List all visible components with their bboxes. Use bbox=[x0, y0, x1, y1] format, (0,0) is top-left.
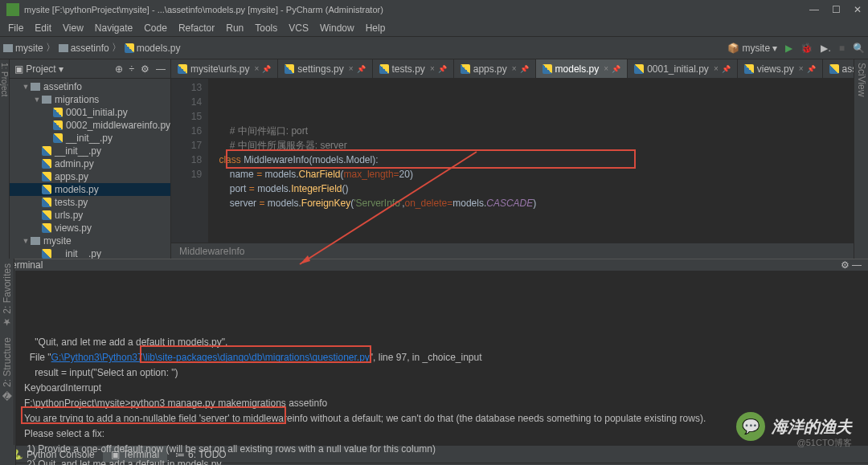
close-icon[interactable]: × bbox=[430, 64, 435, 73]
hide-icon[interactable]: — bbox=[156, 63, 166, 75]
run-coverage-icon[interactable]: ▶. bbox=[821, 43, 830, 54]
editor-tab[interactable]: 0001_initial.py×📌 bbox=[628, 59, 738, 78]
editor-tab[interactable]: models.py×📌 bbox=[536, 59, 628, 78]
run-config-selector[interactable]: 📦 mysite ▾ bbox=[727, 43, 777, 54]
menu-file[interactable]: File bbox=[3, 21, 28, 35]
pin-icon[interactable]: 📌 bbox=[438, 65, 447, 73]
structure-tab[interactable]: � 2: Structure bbox=[0, 332, 14, 406]
menu-run[interactable]: Run bbox=[221, 21, 248, 35]
window-controls: — ☐ ✕ bbox=[809, 4, 862, 15]
project-title: ▣ Project ▾ bbox=[14, 63, 63, 75]
editor-tabs: mysite\urls.py×📌settings.py×📌tests.py×📌a… bbox=[171, 59, 868, 79]
project-panel: ▣ Project ▾ ⊕ ÷ ⚙ — ▼assetinfo▼migration… bbox=[10, 59, 171, 259]
project-tree[interactable]: ▼assetinfo▼migrations0001_initial.py0002… bbox=[10, 79, 170, 259]
tree-node[interactable]: ▼migrations bbox=[10, 93, 170, 106]
menu-vcs[interactable]: VCS bbox=[284, 21, 313, 35]
breadcrumb: mysite 〉 assetinfo 〉 models.py bbox=[3, 41, 180, 55]
gear-icon[interactable]: ⚙ bbox=[141, 63, 149, 75]
editor-tab[interactable]: settings.py×📌 bbox=[278, 59, 372, 78]
close-icon[interactable]: × bbox=[799, 64, 804, 73]
menu-code[interactable]: Code bbox=[139, 21, 172, 35]
tree-node[interactable]: __init__.py bbox=[10, 247, 170, 259]
menu-refactor[interactable]: Refactor bbox=[174, 21, 219, 35]
window-title: mysite [F:\pythonProject\mysite] - ...\a… bbox=[24, 5, 809, 14]
menu-help[interactable]: Help bbox=[361, 21, 391, 35]
tree-node[interactable]: ▼mysite bbox=[10, 235, 170, 247]
breadcrumb-folder[interactable]: assetinfo 〉 bbox=[59, 41, 121, 55]
tree-node[interactable]: 0001_initial.py bbox=[10, 106, 170, 119]
tree-node[interactable]: __init__.py bbox=[10, 132, 170, 145]
terminal-panel: Terminal ⚙ — + ✕ ? "Quit, and let me add… bbox=[0, 259, 868, 445]
pin-icon[interactable]: 📌 bbox=[357, 65, 366, 73]
terminal-header: Terminal ⚙ — bbox=[0, 259, 868, 271]
editor-tab[interactable]: tests.py×📌 bbox=[373, 59, 454, 78]
maximize-icon[interactable]: ☐ bbox=[832, 4, 841, 15]
editor-tab[interactable]: views.py×📌 bbox=[738, 59, 823, 78]
tree-node[interactable]: admin.py bbox=[10, 157, 170, 170]
collapse-all-icon[interactable]: ÷ bbox=[129, 63, 135, 75]
titlebar: mysite [F:\pythonProject\mysite] - ...\a… bbox=[0, 0, 868, 19]
tree-node[interactable]: urls.py bbox=[10, 209, 170, 222]
menu-edit[interactable]: Edit bbox=[30, 21, 56, 35]
breadcrumb-file[interactable]: models.py bbox=[125, 43, 181, 54]
project-header: ▣ Project ▾ ⊕ ÷ ⚙ — bbox=[10, 59, 170, 79]
tree-node[interactable]: tests.py bbox=[10, 196, 170, 209]
minimize-icon[interactable]: — bbox=[809, 4, 819, 15]
menu-navigate[interactable]: Navigate bbox=[90, 21, 137, 35]
navbar: mysite 〉 assetinfo 〉 models.py 📦 mysite … bbox=[0, 37, 868, 59]
pin-icon[interactable]: 📌 bbox=[807, 65, 816, 73]
tree-node[interactable]: views.py bbox=[10, 222, 170, 235]
tree-node[interactable]: models.py bbox=[10, 183, 170, 196]
menu-tools[interactable]: Tools bbox=[250, 21, 282, 35]
pin-icon[interactable]: 📌 bbox=[722, 65, 731, 73]
code-content[interactable]: # 中间件端口: port # 中间件所属服务器: server class M… bbox=[208, 79, 868, 243]
tree-node[interactable]: apps.py bbox=[10, 170, 170, 183]
scroll-from-source-icon[interactable]: ⊕ bbox=[115, 63, 123, 75]
left-tool-strip[interactable]: 1: Project bbox=[0, 59, 10, 259]
close-icon[interactable]: × bbox=[254, 64, 259, 73]
terminal-output[interactable]: "Quit, and let me add a default in model… bbox=[16, 271, 868, 465]
pin-icon[interactable]: 📌 bbox=[262, 65, 271, 73]
editor-tab[interactable]: mysite\urls.py×📌 bbox=[171, 59, 278, 78]
menu-view[interactable]: View bbox=[58, 21, 88, 35]
code-editor[interactable]: 13141516171819 # 中间件端口: port # 中间件所属服务器:… bbox=[171, 79, 868, 243]
left-side-tabs[interactable]: ★ 2: Favorites � 2: Structure bbox=[0, 259, 14, 445]
breadcrumb-root[interactable]: mysite 〉 bbox=[3, 41, 55, 55]
tree-node[interactable]: 0002_middlewareinfo.py bbox=[10, 119, 170, 132]
app-icon bbox=[6, 3, 19, 16]
close-icon[interactable]: × bbox=[512, 64, 517, 73]
toolbar-right: 📦 mysite ▾ ▶ 🐞 ▶. ■ 🔍 bbox=[727, 43, 865, 54]
menu-window[interactable]: Window bbox=[315, 21, 359, 35]
editor-tab[interactable]: apps.py×📌 bbox=[454, 59, 536, 78]
menubar: FileEditViewNavigateCodeRefactorRunTools… bbox=[0, 19, 868, 37]
editor-area: mysite\urls.py×📌settings.py×📌tests.py×📌a… bbox=[171, 59, 868, 259]
close-icon[interactable]: × bbox=[349, 64, 354, 73]
right-tool-strip[interactable]: SciView ▣ Database bbox=[854, 59, 868, 259]
editor-breadcrumb[interactable]: MiddlewareInfo bbox=[171, 243, 868, 259]
debug-icon[interactable]: 🐞 bbox=[800, 43, 813, 54]
main-area: 1: Project ▣ Project ▾ ⊕ ÷ ⚙ — ▼assetinf… bbox=[0, 59, 868, 259]
pin-icon[interactable]: 📌 bbox=[612, 65, 620, 73]
close-icon[interactable]: ✕ bbox=[854, 4, 862, 15]
close-icon[interactable]: × bbox=[604, 64, 608, 73]
line-gutter: 13141516171819 bbox=[171, 79, 208, 243]
favorites-tab[interactable]: ★ 2: Favorites bbox=[0, 259, 14, 332]
pin-icon[interactable]: 📌 bbox=[520, 65, 529, 73]
run-icon[interactable]: ▶ bbox=[785, 43, 792, 54]
tree-node[interactable]: ▼assetinfo bbox=[10, 80, 170, 93]
search-icon[interactable]: 🔍 bbox=[853, 43, 865, 54]
terminal-gear-icon[interactable]: ⚙ — bbox=[841, 259, 862, 271]
tree-node[interactable]: __init__.py bbox=[10, 145, 170, 157]
stop-icon[interactable]: ■ bbox=[839, 43, 845, 54]
close-icon[interactable]: × bbox=[714, 64, 719, 73]
